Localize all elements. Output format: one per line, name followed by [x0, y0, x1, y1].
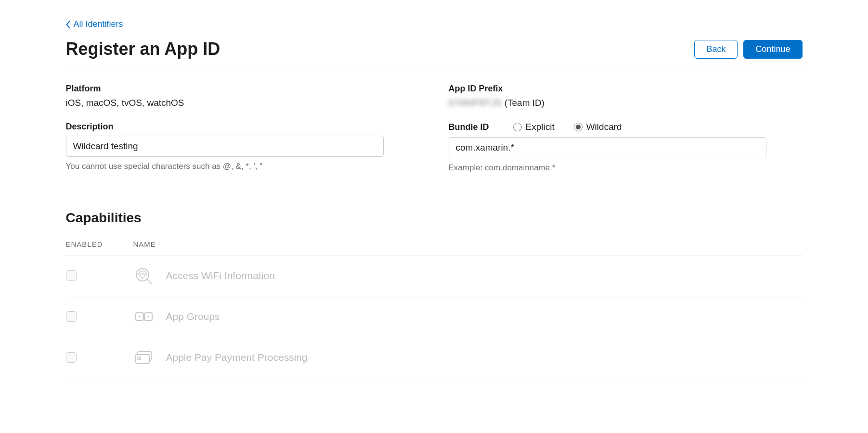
- app-id-prefix-field: App ID Prefix 67684FBTJS (Team ID): [449, 84, 803, 108]
- continue-button[interactable]: Continue: [743, 40, 802, 59]
- description-input[interactable]: [66, 136, 384, 157]
- radio-circle-icon: [513, 123, 522, 131]
- capability-row: App Groups: [66, 296, 803, 337]
- description-help: You cannot use special characters such a…: [66, 162, 420, 171]
- header: Register an App ID Back Continue: [66, 39, 803, 69]
- bundle-id-radio-row: Bundle ID Explicit Wildcard: [449, 122, 803, 132]
- capability-name-cell: Access WiFi Information: [133, 265, 803, 286]
- bundle-id-label: Bundle ID: [449, 122, 489, 132]
- button-group: Back Continue: [694, 40, 802, 59]
- app-id-prefix-masked: 67684FBTJS: [449, 98, 502, 108]
- breadcrumb-label: All Identifiers: [74, 19, 123, 29]
- capabilities-table: ENABLED NAME Access WiFi Information: [66, 240, 803, 378]
- capabilities-header: ENABLED NAME: [66, 240, 803, 255]
- radio-circle-selected-icon: [574, 123, 583, 131]
- capability-checkbox-cell: [66, 311, 133, 322]
- capability-name: App Groups: [166, 311, 220, 322]
- right-column: App ID Prefix 67684FBTJS (Team ID) Bundl…: [449, 84, 803, 186]
- svg-point-0: [136, 268, 149, 281]
- app-id-prefix-value: 67684FBTJS (Team ID): [449, 98, 803, 108]
- app-id-prefix-suffix: (Team ID): [502, 98, 544, 108]
- svg-point-1: [142, 277, 143, 278]
- description-label: Description: [66, 122, 420, 132]
- app-id-prefix-label: App ID Prefix: [449, 84, 803, 94]
- col-enabled: ENABLED: [66, 240, 133, 248]
- col-name: NAME: [133, 240, 803, 248]
- credit-card-icon: [133, 347, 155, 368]
- wifi-search-icon: [133, 265, 155, 286]
- bundle-id-input[interactable]: [449, 137, 766, 158]
- capability-name: Access WiFi Information: [166, 270, 275, 281]
- back-button[interactable]: Back: [694, 40, 738, 59]
- capabilities-title: Capabilities: [66, 210, 803, 226]
- capability-checkbox-cell: [66, 352, 133, 363]
- breadcrumb-all-identifiers[interactable]: All Identifiers: [66, 19, 123, 29]
- chevron-left-icon: [66, 21, 71, 28]
- description-field: Description You cannot use special chara…: [66, 122, 420, 171]
- radio-wildcard-label: Wildcard: [586, 122, 622, 132]
- radio-explicit-label: Explicit: [526, 122, 555, 132]
- capability-checkbox-cell: [66, 270, 133, 281]
- capability-name-cell: App Groups: [133, 306, 803, 327]
- platform-field: Platform iOS, macOS, tvOS, watchOS: [66, 84, 420, 108]
- svg-line-2: [147, 280, 152, 284]
- bundle-id-field: Bundle ID Explicit Wildcard Example: com…: [449, 122, 803, 173]
- platform-label: Platform: [66, 84, 420, 94]
- platform-value: iOS, macOS, tvOS, watchOS: [66, 98, 420, 108]
- capability-checkbox[interactable]: [66, 311, 77, 322]
- capability-name: Apple Pay Payment Processing: [166, 352, 308, 363]
- radio-explicit[interactable]: Explicit: [513, 122, 555, 132]
- app-groups-icon: [133, 306, 155, 327]
- form-grid: Platform iOS, macOS, tvOS, watchOS Descr…: [66, 84, 803, 186]
- bundle-id-help: Example: com.domainname.*: [449, 163, 803, 173]
- left-column: Platform iOS, macOS, tvOS, watchOS Descr…: [66, 84, 420, 186]
- capability-row: Apple Pay Payment Processing: [66, 337, 803, 378]
- capability-row: Access WiFi Information: [66, 255, 803, 296]
- capability-name-cell: Apple Pay Payment Processing: [133, 347, 803, 368]
- capability-checkbox[interactable]: [66, 270, 77, 281]
- page-title: Register an App ID: [66, 39, 220, 59]
- radio-wildcard[interactable]: Wildcard: [574, 122, 622, 132]
- capability-checkbox[interactable]: [66, 352, 77, 363]
